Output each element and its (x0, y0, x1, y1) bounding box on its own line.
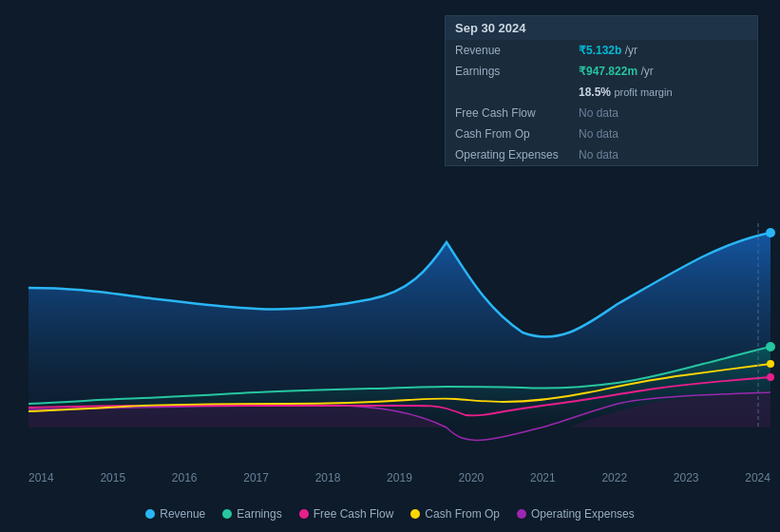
tooltip-row-revenue: Revenue ₹5.132b /yr (446, 40, 757, 61)
svg-point-1 (766, 228, 775, 238)
legend-label-opex: Operating Expenses (531, 507, 635, 521)
legend-label-revenue: Revenue (160, 507, 205, 521)
x-label-2024: 2024 (745, 471, 770, 484)
legend-item-opex[interactable]: Operating Expenses (517, 507, 635, 521)
tooltip-value-opex: No data (569, 144, 757, 165)
tooltip-label-opex: Operating Expenses (446, 144, 569, 165)
x-label-2017: 2017 (243, 471, 269, 484)
tooltip-value-margin: 18.5% profit margin (569, 82, 757, 103)
legend-dot-fcf (299, 509, 309, 519)
x-axis: 2014 2015 2016 2017 2018 2019 2020 2021 … (29, 471, 770, 484)
legend-item-revenue[interactable]: Revenue (145, 507, 205, 521)
legend-label-fcf: Free Cash Flow (314, 507, 394, 521)
legend-item-cashop[interactable]: Cash From Op (410, 507, 500, 521)
svg-point-3 (767, 373, 774, 381)
legend-item-earnings[interactable]: Earnings (222, 507, 281, 521)
legend-dot-earnings (222, 509, 232, 519)
legend-dot-cashop (410, 509, 420, 519)
chart-svg (0, 147, 780, 451)
tooltip-label-fcf: Free Cash Flow (446, 103, 569, 124)
tooltip-row-opex: Operating Expenses No data (446, 144, 757, 165)
x-label-2015: 2015 (100, 471, 125, 484)
x-label-2014: 2014 (29, 471, 54, 484)
tooltip-row-fcf: Free Cash Flow No data (446, 103, 757, 124)
tooltip-label-earnings: Earnings (446, 61, 569, 82)
tooltip-value-revenue: ₹5.132b /yr (569, 40, 757, 61)
x-label-2023: 2023 (674, 471, 699, 484)
x-label-2022: 2022 (601, 471, 627, 484)
x-label-2018: 2018 (315, 471, 341, 484)
legend-label-earnings: Earnings (237, 507, 281, 521)
legend-dot-revenue (145, 509, 155, 519)
tooltip-label-revenue: Revenue (446, 40, 569, 61)
tooltip-row-cashop: Cash From Op No data (446, 124, 757, 144)
x-label-2020: 2020 (459, 471, 485, 484)
x-label-2019: 2019 (387, 471, 412, 484)
tooltip-row-margin: 18.5% profit margin (446, 82, 757, 103)
tooltip-label-cashop: Cash From Op (446, 124, 569, 144)
tooltip-row-earnings: Earnings ₹947.822m /yr (446, 61, 757, 82)
x-label-2021: 2021 (530, 471, 556, 484)
chart-container: Sep 30 2024 Revenue ₹5.132b /yr Earnings… (0, 0, 780, 532)
svg-point-4 (767, 360, 774, 368)
legend-dot-opex (517, 509, 526, 519)
legend-item-fcf[interactable]: Free Cash Flow (299, 507, 394, 521)
tooltip-value-fcf: No data (569, 103, 757, 124)
legend-label-cashop: Cash From Op (425, 507, 500, 521)
tooltip-date: Sep 30 2024 (446, 16, 757, 40)
svg-point-2 (766, 342, 775, 352)
x-label-2016: 2016 (172, 471, 198, 484)
tooltip-label-margin (446, 82, 569, 103)
legend: Revenue Earnings Free Cash Flow Cash Fro… (0, 507, 780, 521)
tooltip-value-cashop: No data (569, 124, 757, 144)
tooltip-card: Sep 30 2024 Revenue ₹5.132b /yr Earnings… (445, 15, 758, 166)
tooltip-table: Revenue ₹5.132b /yr Earnings ₹947.822m /… (446, 40, 757, 165)
tooltip-value-earnings: ₹947.822m /yr (569, 61, 757, 82)
